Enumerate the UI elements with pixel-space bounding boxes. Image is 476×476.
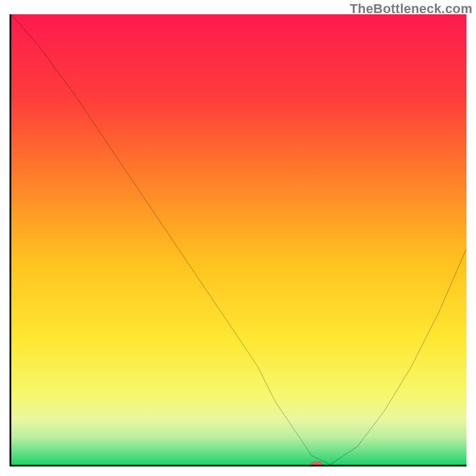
optimal-point-marker xyxy=(311,461,322,466)
bottleneck-curve-svg xyxy=(11,14,466,465)
chart-container: TheBottleneck.com xyxy=(0,0,476,476)
plot-area xyxy=(10,14,466,466)
bottleneck-curve-path xyxy=(11,14,466,465)
